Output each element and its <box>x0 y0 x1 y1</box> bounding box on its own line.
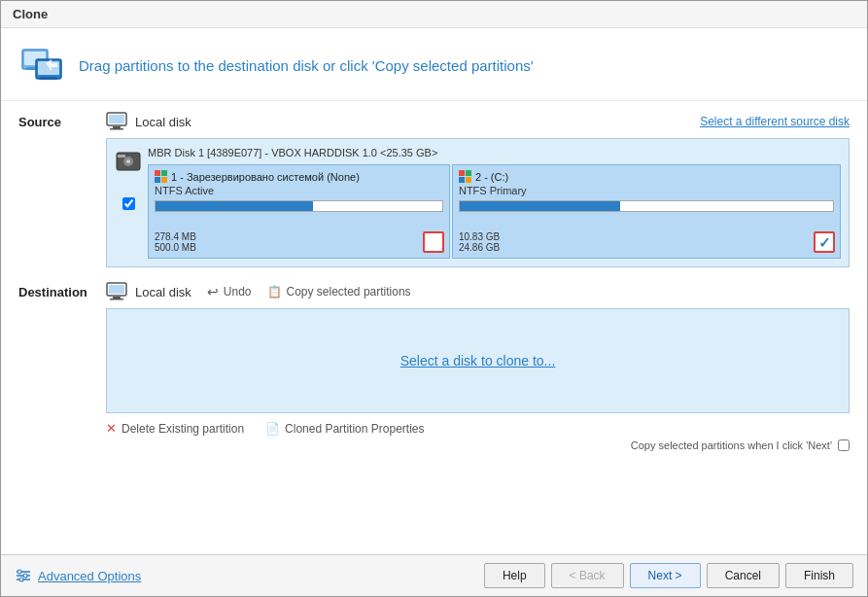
svg-rect-5 <box>40 77 57 80</box>
windows-icon-p2 <box>459 170 471 183</box>
help-button[interactable]: Help <box>484 563 545 588</box>
advanced-options-icon <box>15 567 32 584</box>
footer: Advanced Options Help < Back Next > Canc… <box>1 554 867 596</box>
svg-rect-15 <box>109 285 124 294</box>
windows-icon-p1 <box>155 170 167 183</box>
source-monitor-icon <box>106 111 127 132</box>
window-title: Clone <box>13 7 48 21</box>
copy-next-row: Copy selected partitions when I click 'N… <box>106 438 850 453</box>
undo-button[interactable]: ↩ Undo <box>207 284 252 299</box>
advanced-options-button[interactable]: Advanced Options <box>15 567 141 584</box>
destination-disk-area: Select a disk to clone to... <box>106 308 850 413</box>
svg-point-21 <box>17 570 21 574</box>
source-disk-type: Local disk <box>135 115 191 129</box>
p2-type: NTFS Primary <box>459 185 834 196</box>
content-area: Drag partitions to the destination disk … <box>1 28 867 596</box>
delete-partition-label: Delete Existing partition <box>122 422 244 436</box>
footer-buttons: Help < Back Next > Cancel Finish <box>484 563 853 588</box>
p2-bar <box>459 200 834 212</box>
p1-label: 1 - Зарезервировано системой (None) <box>171 171 360 183</box>
partition-2: 2 - (C:) NTFS Primary 10.83 GB 24.86 GB <box>452 164 841 259</box>
select-source-link[interactable]: Select a different source disk <box>700 115 850 128</box>
p1-bar-fill <box>156 201 313 211</box>
svg-rect-17 <box>110 298 123 300</box>
finish-button[interactable]: Finish <box>785 563 853 588</box>
copy-next-label: Copy selected partitions when I click 'N… <box>631 439 832 451</box>
p1-sizes: 278.4 MB 500.0 MB <box>155 231 443 253</box>
source-label: Source <box>18 111 106 267</box>
cloned-properties-label: Cloned Partition Properties <box>285 422 424 436</box>
main-body: Source Local disk <box>1 101 867 554</box>
dest-disk-type: Local disk <box>135 285 191 299</box>
p1-bar <box>155 200 443 212</box>
p1-type: NTFS Active <box>155 185 443 196</box>
p2-select-checkbox[interactable]: ✓ <box>814 231 835 253</box>
svg-rect-13 <box>118 155 125 158</box>
copy-next-checkbox[interactable] <box>838 439 850 451</box>
cloned-properties-option[interactable]: 📄 Cloned Partition Properties <box>265 422 424 436</box>
clone-icon <box>18 42 65 88</box>
main-window: Clone Drag partitions to the destination… <box>0 0 868 597</box>
disk-icon <box>115 147 142 174</box>
dest-monitor-icon <box>106 281 127 302</box>
destination-section: Destination Local disk <box>18 281 850 453</box>
select-disk-link[interactable]: Select a disk to clone to... <box>400 353 556 369</box>
cancel-button[interactable]: Cancel <box>707 563 780 588</box>
undo-label: Undo <box>224 285 252 298</box>
copy-label: Copy selected partitions <box>287 285 411 298</box>
svg-rect-8 <box>113 126 121 128</box>
svg-rect-9 <box>110 128 123 130</box>
svg-point-23 <box>19 578 23 581</box>
title-bar: Clone <box>1 1 867 28</box>
source-partition-1-checkbox[interactable] <box>122 197 135 210</box>
svg-rect-7 <box>109 115 124 123</box>
p1-select-checkbox[interactable] <box>423 231 444 253</box>
source-section: Source Local disk <box>18 111 850 267</box>
svg-rect-16 <box>113 297 121 298</box>
destination-label: Destination <box>18 281 106 453</box>
svg-point-12 <box>126 159 130 163</box>
disk-title: MBR Disk 1 [4389E077] - VBOX HARDDISK 1.… <box>148 147 841 158</box>
back-button[interactable]: < Back <box>551 563 624 588</box>
next-button[interactable]: Next > <box>630 563 701 588</box>
copy-partitions-button[interactable]: 📋 Copy selected partitions <box>267 285 411 298</box>
header-section: Drag partitions to the destination disk … <box>1 28 867 101</box>
p2-bar-fill <box>460 201 620 211</box>
p2-sizes: 10.83 GB 24.86 GB <box>459 231 834 253</box>
partition-1: 1 - Зарезервировано системой (None) NTFS… <box>148 164 450 259</box>
p2-label: 2 - (C:) <box>475 171 508 183</box>
advanced-options-label: Advanced Options <box>38 569 141 583</box>
header-instruction: Drag partitions to the destination disk … <box>79 57 534 74</box>
delete-partition-option[interactable]: ✕ Delete Existing partition <box>106 421 244 436</box>
svg-point-22 <box>23 574 27 578</box>
